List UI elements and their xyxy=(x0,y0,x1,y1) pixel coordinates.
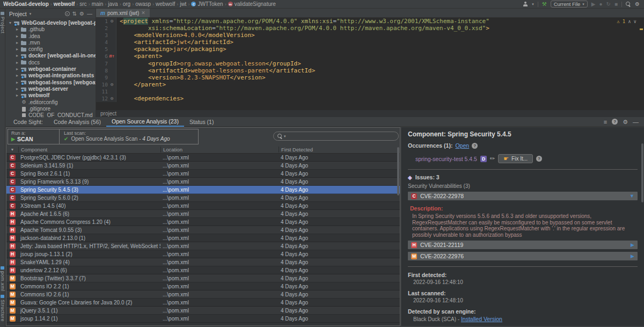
hide-panel-icon[interactable]: — xyxy=(87,11,92,17)
table-row[interactable]: HSnakeYAML 1.29 (4)...\pom.xml4 Days Ago xyxy=(6,258,400,266)
tree-item[interactable]: ▸config xyxy=(6,46,96,53)
panel-settings-gear-icon[interactable]: ⚙ xyxy=(79,11,84,17)
run-config-selector[interactable]: Current File ▾ xyxy=(551,1,588,8)
expand-icon[interactable]: ▶ xyxy=(631,253,634,259)
column-first-detected[interactable]: First Detected xyxy=(279,147,400,152)
table-row[interactable]: CSpring Boot 2.6.1 (1)...\pom.xml4 Days … xyxy=(6,170,400,178)
help-icon[interactable]: ? xyxy=(472,143,478,149)
table-row[interactable]: Hjackson-databind 2.13.0 (1)...\pom.xml4… xyxy=(6,234,400,242)
edit-pencil-icon[interactable]: ✏ xyxy=(490,155,495,162)
chevron-down-icon[interactable]: ▾ xyxy=(30,12,32,16)
collapse-all-icon[interactable]: ⇅ xyxy=(72,11,77,17)
breadcrumb-item[interactable]: owasp xyxy=(135,1,151,7)
tool-window-tab-project[interactable]: Project xyxy=(0,12,5,34)
breadcrumb-item[interactable]: main xyxy=(92,1,104,7)
table-row[interactable]: MBootstrap (Twitter) 3.3.7 (7)...\pom.xm… xyxy=(6,274,400,282)
tree-item[interactable]: ▸docs xyxy=(6,60,96,66)
help-icon[interactable]: ? xyxy=(536,156,542,162)
table-row[interactable]: Mjsoup 1.14.2 (1)...\pom.xml4 Days Ago xyxy=(6,315,400,323)
breadcrumb-item[interactable]: webwolf xyxy=(54,1,75,7)
scrollbar[interactable] xyxy=(641,143,643,202)
table-row[interactable]: CSelenium 3.141.59 (1)...\pom.xml4 Days … xyxy=(6,162,400,170)
tree-item[interactable]: ▸.mvn xyxy=(6,40,96,46)
table-row[interactable]: CSpring Security 5.6.0 (2)...\pom.xml4 D… xyxy=(6,194,400,202)
user-icon[interactable] xyxy=(523,2,528,7)
project-panel-title[interactable]: Project xyxy=(9,11,27,17)
table-row[interactable]: HApache Commons Compress 1.20 (4)...\pom… xyxy=(6,218,400,226)
table-row[interactable]: MGuava: Google Core Libraries for Java 2… xyxy=(6,299,400,307)
options-menu-icon[interactable]: ≡ xyxy=(604,119,607,125)
breadcrumb-item[interactable]: webwolf xyxy=(156,1,175,7)
tree-item[interactable]: ▸docker [webgoat-all-in-one-docke xyxy=(6,53,96,59)
table-row[interactable]: HApache Tomcat 9.0.55 (3)...\pom.xml4 Da… xyxy=(6,226,400,234)
locate-file-icon[interactable] xyxy=(65,11,70,16)
filter-search-box[interactable]: ▾ xyxy=(273,132,399,141)
tree-item[interactable]: ▸webgoat-lessons [webgoat-lessons xyxy=(6,79,96,86)
build-hammer-icon[interactable]: ⚒ xyxy=(542,2,547,7)
editor-breadcrumb[interactable]: project xyxy=(96,110,644,117)
debug-button[interactable]: ● xyxy=(599,2,603,7)
tree-item[interactable]: ▸.github xyxy=(6,26,96,33)
breadcrumb-item[interactable]: WebGoat-develop xyxy=(3,1,49,7)
table-row[interactable]: MCommons IO 2.2 (1)...\pom.xml4 Days Ago xyxy=(6,282,400,290)
prev-issue-icon[interactable]: ∧ xyxy=(628,19,631,24)
settings-gear-icon[interactable]: ⚙ xyxy=(635,2,640,7)
breadcrumb-item[interactable]: JWTToken xyxy=(197,1,223,7)
scan-button[interactable]: ▶ SCAN xyxy=(11,136,56,142)
rerun-button[interactable]: ↻ xyxy=(606,2,611,7)
run-button[interactable]: ▶ xyxy=(591,2,596,7)
table-row[interactable]: MCommons IO 2.6 (1)...\pom.xml4 Days Ago xyxy=(6,290,400,299)
table-row[interactable]: CSpring Framework 5.3.13 (9)...\pom.xml4… xyxy=(6,178,400,186)
cve-row[interactable]: HCVE-2021-22119▶ xyxy=(408,241,638,249)
next-issue-icon[interactable]: ∨ xyxy=(634,19,636,24)
breadcrumb-item[interactable]: org xyxy=(123,1,130,7)
minimize-icon[interactable]: — xyxy=(633,119,639,125)
installed-version-link[interactable]: Installed Version xyxy=(461,316,502,322)
artifact-name[interactable]: spring-security-test 5.4.5 xyxy=(415,156,477,162)
table-row[interactable]: CSpring Security 5.4.5 (3)...\pom.xml4 D… xyxy=(6,186,400,194)
table-row[interactable]: CPostgreSQL JDBC Driver (pgjdbc) 42.3.1 … xyxy=(6,154,400,162)
table-row[interactable]: CXStream 1.4.5 (40)...\pom.xml4 Days Ago xyxy=(6,202,400,210)
sort-arrow-icon[interactable]: ▼ xyxy=(6,148,18,151)
breadcrumb-item[interactable]: validateSignature xyxy=(235,1,276,7)
open-link[interactable]: Open xyxy=(455,142,469,149)
breadcrumb-item[interactable]: src xyxy=(79,1,86,7)
tree-item[interactable]: ⚙.editorconfig xyxy=(6,99,96,106)
search-icon[interactable] xyxy=(626,2,631,7)
table-row[interactable]: HApache Ant 1.6.5 (6)...\pom.xml4 Days A… xyxy=(6,210,400,218)
breadcrumb-item[interactable]: jwt xyxy=(180,1,186,7)
table-header[interactable]: ▼ Component Location First Detected xyxy=(6,146,400,154)
table-row[interactable]: Hjsoup jsoup-1.13.1 (2)...\pom.xml4 Days… xyxy=(6,250,400,258)
scrollbar[interactable] xyxy=(397,147,399,195)
fix-it-button[interactable]: ☛ Fix It... xyxy=(498,154,533,163)
tree-item[interactable]: ▸webgoat-server xyxy=(6,86,96,92)
tree-item[interactable]: ▸webwolf xyxy=(6,92,96,99)
tab-code-analysis-56[interactable]: Code Analysis (56) xyxy=(48,117,106,127)
tab-open-source-analysis-23[interactable]: Open Source Analysis (23) xyxy=(106,117,184,127)
tree-item[interactable]: ▸webgoat-integration-tests xyxy=(6,72,96,79)
tool-window-tab-pom-xml[interactable]: pom.xml xyxy=(0,266,5,292)
inspection-widget[interactable]: ⚠ 1 ∧ ∨ xyxy=(617,19,636,24)
table-row[interactable]: HJetty: Java based HTTP/1.x, HTTP/2, Ser… xyxy=(6,242,400,250)
tree-item[interactable]: ▸webgoat-container xyxy=(6,66,96,72)
cve-row[interactable]: CCVE-2022-22978▼ xyxy=(408,192,638,200)
tab-status-1[interactable]: Status (1) xyxy=(184,117,219,127)
editor-tab-pom-xml[interactable]: m pom.xml (jwt) ✕ xyxy=(96,9,150,17)
table-row[interactable]: MjQuery 3.5.1 (1)...\pom.xml4 Days Ago xyxy=(6,307,400,315)
search-input[interactable] xyxy=(287,133,394,139)
tab-code-sight[interactable]: Code Sight: xyxy=(8,117,48,127)
column-location[interactable]: Location xyxy=(160,147,279,152)
panel-gear-icon[interactable]: ⚙ xyxy=(623,119,628,125)
column-component[interactable]: Component xyxy=(18,147,160,152)
cve-row[interactable]: MCVE-2022-22976▶ xyxy=(408,252,638,260)
close-icon[interactable]: ✕ xyxy=(141,10,145,16)
table-row[interactable]: Hundertow 2.2.12 (6)...\pom.xml4 Days Ag… xyxy=(6,266,400,274)
tree-item[interactable]: ▾WebGoat-develop [webgoat-parent] xyxy=(6,20,96,26)
help-icon[interactable]: ? xyxy=(612,119,618,125)
tool-window-tab-structure[interactable]: Structure xyxy=(0,295,5,322)
tree-item[interactable]: ▸.idea xyxy=(6,33,96,40)
expand-icon[interactable]: ▶ xyxy=(631,242,634,248)
editor-breadcrumb-item[interactable]: project xyxy=(100,111,116,117)
code-area[interactable]: ⚠ 1 ∧ ∨ 1⊝<project xmlns="http://maven.a… xyxy=(96,18,644,110)
breadcrumb-item[interactable]: java xyxy=(108,1,118,7)
